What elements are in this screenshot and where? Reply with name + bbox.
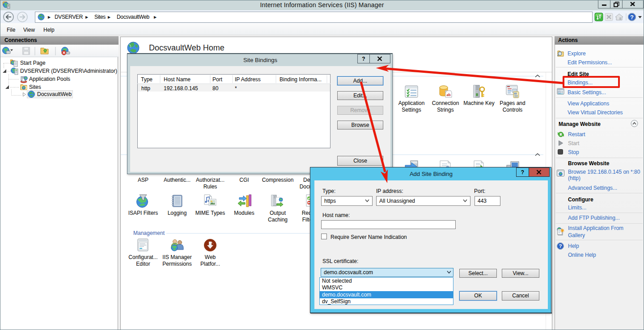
svg-text:?: ? <box>559 243 562 249</box>
svg-text:ab: ab <box>446 92 451 97</box>
svg-text:?: ? <box>630 14 634 21</box>
